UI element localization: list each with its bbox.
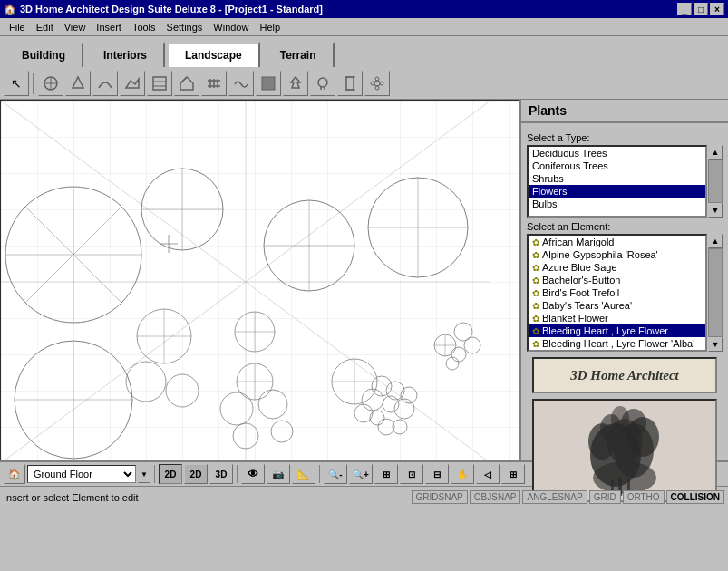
svg-marker-3 (73, 77, 83, 88)
element-label: Select an Element: (527, 221, 723, 232)
indicator-objsnap[interactable]: OBJSNAP (470, 490, 521, 504)
canvas-area[interactable] (0, 100, 519, 460)
tool-column[interactable] (337, 71, 363, 96)
type-scroll-up[interactable]: ▲ (708, 145, 723, 160)
type-bulbs[interactable]: Bulbs (529, 198, 705, 210)
menu-insert[interactable]: Insert (91, 20, 127, 34)
type-list[interactable]: Deciduous Trees Coniferous Trees Shrubs … (527, 145, 707, 218)
element-scroll-down[interactable]: ▼ (708, 337, 723, 352)
tool-conifer[interactable] (283, 71, 308, 96)
view-camera[interactable]: 📷 (267, 464, 290, 484)
maximize-button[interactable]: □ (694, 3, 708, 15)
element-babys-tears[interactable]: ✿Baby's Tears 'Aurea' (529, 299, 705, 312)
menu-settings[interactable]: Settings (161, 20, 209, 34)
menu-tools[interactable]: Tools (127, 20, 161, 34)
view-2d-wire[interactable]: 2D (159, 464, 182, 484)
plant-icon: ✿ (532, 250, 539, 260)
indicator-collision[interactable]: COLLISION (666, 490, 724, 504)
type-shrubs[interactable]: Shrubs (529, 172, 705, 185)
indicator-ortho[interactable]: ORTHO (623, 490, 665, 504)
svg-point-25 (375, 86, 379, 90)
tab-landscape[interactable]: Landscape (167, 42, 260, 67)
sep1 (154, 465, 155, 483)
menu-view[interactable]: View (59, 20, 92, 34)
plant-icon: ✿ (532, 237, 539, 247)
plant-icon: ✿ (532, 314, 539, 324)
element-bleeding-heart[interactable]: ✿Bleeding Heart , Lyre Flower (529, 324, 705, 337)
zoom-selection[interactable]: ⊟ (425, 464, 449, 484)
element-birds-foot[interactable]: ✿Bird's Foot Trefoil (529, 286, 705, 299)
tab-interiors[interactable]: Interiors (85, 42, 165, 67)
zoom-previous[interactable]: ◁ (476, 464, 500, 484)
element-bleeding-heart-alba[interactable]: ✿Bleeding Heart , Lyre Flower 'Alba' (529, 337, 705, 350)
zoom-in[interactable]: 🔍+ (349, 464, 373, 484)
tool-path[interactable] (92, 71, 118, 96)
panel-title: Plants (521, 100, 728, 123)
pan[interactable]: ✋ (451, 464, 474, 484)
element-azure[interactable]: ✿Azure Blue Sage (529, 261, 705, 274)
tool-house[interactable] (174, 71, 199, 96)
plant-icon: ✿ (532, 263, 539, 273)
tool-flower[interactable] (364, 71, 390, 96)
sep2 (237, 465, 238, 483)
close-button[interactable]: × (710, 3, 724, 15)
plant-icon: ✿ (532, 288, 539, 298)
view-measure[interactable]: 📐 (292, 464, 315, 484)
minimize-button[interactable]: _ (677, 3, 692, 15)
element-african-marigold[interactable]: ✿African Marigold (529, 236, 705, 248)
indicator-anglesnap[interactable]: ANGLESNAP (522, 490, 587, 504)
floor-dropdown[interactable]: ▼ (138, 465, 150, 483)
tool-water[interactable] (228, 71, 254, 96)
type-flowers[interactable]: Flowers (529, 185, 705, 198)
view-perspective[interactable]: 👁 (241, 464, 265, 484)
app-banner: 3D Home Architect (532, 357, 717, 393)
element-alpine[interactable]: ✿Alpine Gypsophila 'Rosea' (529, 248, 705, 261)
svg-rect-15 (262, 77, 275, 90)
nav-tabs: Building Interiors Landscape Terrain (0, 36, 728, 67)
sep3 (319, 465, 320, 483)
type-deciduous[interactable]: Deciduous Trees (529, 147, 705, 160)
element-blanket[interactable]: ✿Blanket Flower (529, 312, 705, 324)
zoom-extents[interactable]: ⊞ (501, 464, 525, 484)
svg-rect-5 (153, 77, 166, 90)
zoom-out[interactable]: 🔍- (324, 464, 347, 484)
tool-tree[interactable] (65, 71, 91, 96)
zoom-window[interactable]: ⊞ (374, 464, 398, 484)
plant-icon: ✿ (532, 276, 539, 286)
element-bachelor[interactable]: ✿Bachelor's-Button (529, 274, 705, 286)
svg-rect-20 (346, 77, 354, 90)
element-scroll-up[interactable]: ▲ (708, 234, 723, 248)
menu-help[interactable]: Help (254, 20, 286, 34)
tab-terrain[interactable]: Terrain (262, 42, 335, 67)
title-bar: 🏠 3D Home Architect Design Suite Deluxe … (0, 0, 728, 18)
type-coniferous[interactable]: Coniferous Trees (529, 160, 705, 172)
svg-marker-4 (126, 79, 139, 88)
tool-select[interactable]: ↖ (4, 71, 29, 96)
plant-icon: ✿ (532, 339, 539, 349)
tool-rock[interactable] (256, 71, 281, 96)
tool-terrain[interactable] (120, 71, 145, 96)
canvas-svg (1, 101, 519, 460)
svg-point-26 (371, 82, 374, 85)
plant-icon: ✿ (532, 326, 539, 336)
tool-fence[interactable] (201, 71, 227, 96)
tool-plant[interactable] (38, 71, 63, 96)
zoom-fit[interactable]: ⊡ (400, 464, 423, 484)
menu-file[interactable]: File (4, 20, 31, 34)
tab-building[interactable]: Building (4, 42, 83, 67)
view-3d[interactable]: 3D (209, 464, 233, 484)
floor-icon: 🏠 (4, 464, 25, 484)
indicator-gridsnap[interactable]: GRIDSNAP (412, 490, 468, 504)
element-list[interactable]: ✿African Marigold ✿Alpine Gypsophila 'Ro… (527, 234, 707, 352)
type-scroll-down[interactable]: ▼ (708, 203, 723, 218)
svg-point-17 (318, 78, 327, 87)
menu-edit[interactable]: Edit (31, 20, 59, 34)
floor-selector[interactable]: Ground Floor 1st Floor 2nd Floor (27, 465, 136, 483)
indicator-grid[interactable]: GRID (589, 490, 621, 504)
menu-window[interactable]: Window (208, 20, 254, 34)
tool-deck[interactable] (147, 71, 172, 96)
app-title: 3D Home Architect Design Suite Deluxe 8 … (20, 4, 323, 15)
view-2d-fill[interactable]: 2D (184, 464, 208, 484)
svg-point-27 (380, 82, 383, 85)
tool-shrub[interactable] (310, 71, 335, 96)
